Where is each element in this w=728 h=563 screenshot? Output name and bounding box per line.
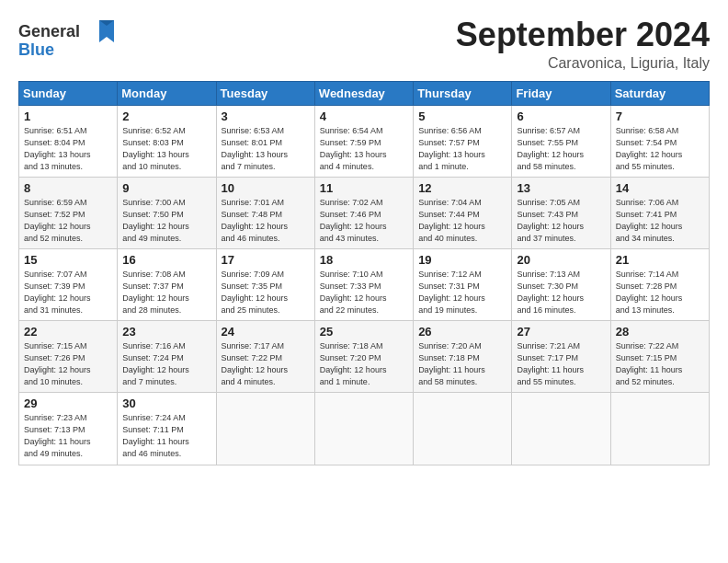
day-number: 9: [122, 181, 211, 195]
calendar-cell: 1Sunrise: 6:51 AM Sunset: 8:04 PM Daylig…: [19, 105, 118, 177]
day-number: 29: [24, 396, 113, 410]
day-info: Sunrise: 7:18 AM Sunset: 7:20 PM Dayligh…: [320, 340, 409, 388]
day-number: 11: [320, 181, 409, 195]
day-info: Sunrise: 6:58 AM Sunset: 7:54 PM Dayligh…: [616, 125, 705, 173]
day-info: Sunrise: 7:12 AM Sunset: 7:31 PM Dayligh…: [418, 269, 507, 316]
day-number: 24: [222, 325, 311, 339]
calendar-cell: 29Sunrise: 7:23 AM Sunset: 7:13 PM Dayli…: [19, 393, 118, 465]
calendar-cell: 16Sunrise: 7:08 AM Sunset: 7:37 PM Dayli…: [118, 248, 216, 320]
calendar-cell: [216, 393, 314, 465]
day-info: Sunrise: 7:14 AM Sunset: 7:28 PM Dayligh…: [616, 269, 705, 316]
location-title: Caravonica, Liguria, Italy: [456, 55, 710, 72]
day-info: Sunrise: 7:02 AM Sunset: 7:46 PM Dayligh…: [320, 197, 409, 245]
logo-text: General Blue: [18, 17, 115, 63]
day-info: Sunrise: 7:13 AM Sunset: 7:30 PM Dayligh…: [517, 269, 606, 316]
day-number: 28: [616, 325, 705, 339]
weekday-header-saturday: Saturday: [610, 81, 709, 105]
calendar-cell: [610, 393, 709, 465]
day-info: Sunrise: 7:20 AM Sunset: 7:18 PM Dayligh…: [418, 340, 507, 388]
calendar-cell: 27Sunrise: 7:21 AM Sunset: 7:17 PM Dayli…: [512, 321, 610, 393]
week-row-5: 29Sunrise: 7:23 AM Sunset: 7:13 PM Dayli…: [19, 393, 710, 465]
weekday-header-monday: Monday: [118, 81, 216, 105]
day-info: Sunrise: 7:22 AM Sunset: 7:15 PM Dayligh…: [616, 340, 705, 388]
day-number: 10: [222, 181, 311, 195]
day-info: Sunrise: 6:54 AM Sunset: 7:59 PM Dayligh…: [320, 125, 409, 173]
day-info: Sunrise: 7:06 AM Sunset: 7:41 PM Dayligh…: [616, 197, 705, 245]
weekday-header-friday: Friday: [512, 81, 610, 105]
calendar-cell: 25Sunrise: 7:18 AM Sunset: 7:20 PM Dayli…: [314, 321, 413, 393]
weekday-header-tuesday: Tuesday: [216, 81, 314, 105]
day-number: 19: [418, 253, 507, 267]
day-info: Sunrise: 7:05 AM Sunset: 7:43 PM Dayligh…: [517, 197, 606, 245]
calendar-cell: 20Sunrise: 7:13 AM Sunset: 7:30 PM Dayli…: [512, 248, 610, 320]
day-info: Sunrise: 7:04 AM Sunset: 7:44 PM Dayligh…: [418, 197, 507, 245]
day-info: Sunrise: 6:51 AM Sunset: 8:04 PM Dayligh…: [24, 125, 113, 173]
calendar-cell: 14Sunrise: 7:06 AM Sunset: 7:41 PM Dayli…: [610, 177, 709, 248]
day-info: Sunrise: 6:57 AM Sunset: 7:55 PM Dayligh…: [517, 125, 606, 173]
calendar-cell: 11Sunrise: 7:02 AM Sunset: 7:46 PM Dayli…: [314, 177, 413, 248]
weekday-header-thursday: Thursday: [414, 81, 512, 105]
day-info: Sunrise: 7:00 AM Sunset: 7:50 PM Dayligh…: [122, 197, 211, 245]
day-number: 13: [517, 181, 606, 195]
day-info: Sunrise: 7:21 AM Sunset: 7:17 PM Dayligh…: [517, 340, 606, 388]
calendar-cell: [414, 393, 512, 465]
week-row-2: 8Sunrise: 6:59 AM Sunset: 7:52 PM Daylig…: [19, 177, 710, 248]
week-row-4: 22Sunrise: 7:15 AM Sunset: 7:26 PM Dayli…: [19, 321, 710, 393]
calendar-cell: [512, 393, 610, 465]
calendar-cell: 5Sunrise: 6:56 AM Sunset: 7:57 PM Daylig…: [414, 105, 512, 177]
day-info: Sunrise: 7:15 AM Sunset: 7:26 PM Dayligh…: [24, 340, 113, 388]
day-number: 3: [222, 109, 311, 123]
day-info: Sunrise: 7:16 AM Sunset: 7:24 PM Dayligh…: [122, 340, 211, 388]
day-number: 20: [517, 253, 606, 267]
day-number: 8: [24, 181, 113, 195]
calendar-cell: 12Sunrise: 7:04 AM Sunset: 7:44 PM Dayli…: [414, 177, 512, 248]
calendar-cell: 8Sunrise: 6:59 AM Sunset: 7:52 PM Daylig…: [19, 177, 118, 248]
calendar-cell: 15Sunrise: 7:07 AM Sunset: 7:39 PM Dayli…: [19, 248, 118, 320]
calendar-cell: 4Sunrise: 6:54 AM Sunset: 7:59 PM Daylig…: [314, 105, 413, 177]
calendar-cell: 7Sunrise: 6:58 AM Sunset: 7:54 PM Daylig…: [610, 105, 709, 177]
weekday-header-row: SundayMondayTuesdayWednesdayThursdayFrid…: [19, 81, 710, 105]
calendar-cell: 28Sunrise: 7:22 AM Sunset: 7:15 PM Dayli…: [610, 321, 709, 393]
day-info: Sunrise: 7:17 AM Sunset: 7:22 PM Dayligh…: [222, 340, 311, 388]
day-number: 21: [616, 253, 705, 267]
day-number: 6: [517, 109, 606, 123]
day-number: 1: [24, 109, 113, 123]
day-info: Sunrise: 7:10 AM Sunset: 7:33 PM Dayligh…: [320, 269, 409, 316]
day-number: 16: [122, 253, 211, 267]
calendar-cell: 9Sunrise: 7:00 AM Sunset: 7:50 PM Daylig…: [118, 177, 216, 248]
page: General Blue September 2024 Caravonica, …: [0, 0, 728, 475]
calendar-cell: 21Sunrise: 7:14 AM Sunset: 7:28 PM Dayli…: [610, 248, 709, 320]
svg-text:General: General: [18, 22, 80, 40]
logo: General Blue: [18, 17, 115, 63]
week-row-1: 1Sunrise: 6:51 AM Sunset: 8:04 PM Daylig…: [19, 105, 710, 177]
calendar-table: SundayMondayTuesdayWednesdayThursdayFrid…: [18, 81, 710, 465]
day-number: 30: [122, 396, 211, 410]
day-info: Sunrise: 7:24 AM Sunset: 7:11 PM Dayligh…: [122, 412, 211, 460]
day-number: 5: [418, 109, 507, 123]
day-number: 22: [24, 325, 113, 339]
calendar-cell: 22Sunrise: 7:15 AM Sunset: 7:26 PM Dayli…: [19, 321, 118, 393]
day-number: 27: [517, 325, 606, 339]
day-number: 4: [320, 109, 409, 123]
day-number: 17: [222, 253, 311, 267]
day-number: 14: [616, 181, 705, 195]
day-info: Sunrise: 6:52 AM Sunset: 8:03 PM Dayligh…: [122, 125, 211, 173]
month-title: September 2024: [456, 17, 710, 53]
day-info: Sunrise: 7:01 AM Sunset: 7:48 PM Dayligh…: [222, 197, 311, 245]
weekday-header-sunday: Sunday: [19, 81, 118, 105]
calendar-cell: 26Sunrise: 7:20 AM Sunset: 7:18 PM Dayli…: [414, 321, 512, 393]
header: General Blue September 2024 Caravonica, …: [18, 17, 710, 72]
day-number: 7: [616, 109, 705, 123]
calendar-cell: 2Sunrise: 6:52 AM Sunset: 8:03 PM Daylig…: [118, 105, 216, 177]
calendar-cell: 10Sunrise: 7:01 AM Sunset: 7:48 PM Dayli…: [216, 177, 314, 248]
day-info: Sunrise: 7:08 AM Sunset: 7:37 PM Dayligh…: [122, 269, 211, 316]
calendar-cell: 13Sunrise: 7:05 AM Sunset: 7:43 PM Dayli…: [512, 177, 610, 248]
day-info: Sunrise: 7:09 AM Sunset: 7:35 PM Dayligh…: [222, 269, 311, 316]
title-block: September 2024 Caravonica, Liguria, Ital…: [456, 17, 710, 72]
day-info: Sunrise: 6:59 AM Sunset: 7:52 PM Dayligh…: [24, 197, 113, 245]
day-number: 25: [320, 325, 409, 339]
day-number: 2: [122, 109, 211, 123]
calendar-cell: 18Sunrise: 7:10 AM Sunset: 7:33 PM Dayli…: [314, 248, 413, 320]
calendar-cell: [314, 393, 413, 465]
day-number: 26: [418, 325, 507, 339]
